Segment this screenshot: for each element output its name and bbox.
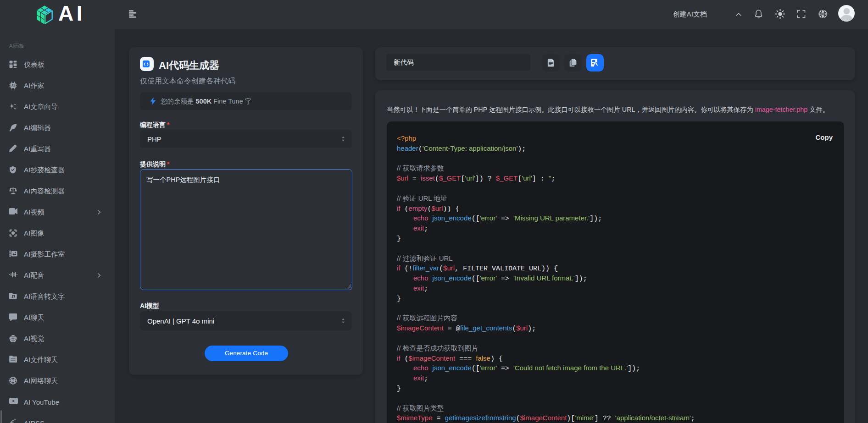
svg-text:AI: AI — [11, 84, 15, 87]
